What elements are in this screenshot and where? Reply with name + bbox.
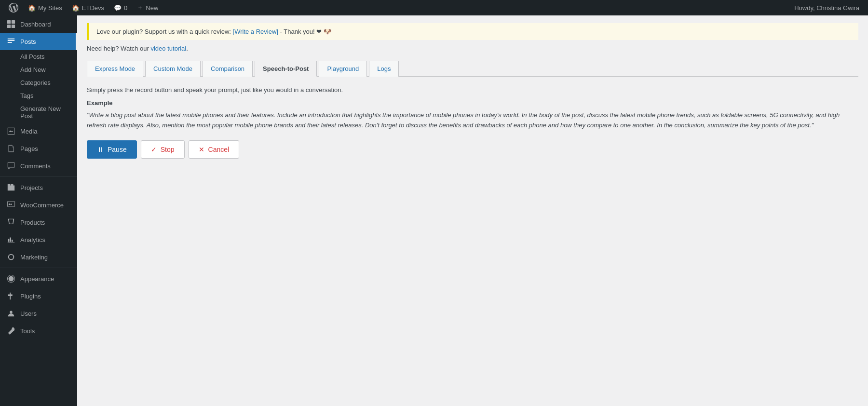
help-text-area: Need help? Watch our video tutorial. (77, 40, 868, 57)
my-sites-link[interactable]: 🏠 My Sites (23, 0, 67, 15)
sidebar-label-media: Media (20, 128, 37, 135)
site-icon: 🏠 (72, 4, 80, 12)
sidebar-label-woocommerce: WooCommerce (20, 202, 64, 209)
user-greeting[interactable]: Howdy, Christina Gwira (789, 0, 864, 15)
sidebar-label-pages: Pages (20, 145, 38, 152)
tab-logs[interactable]: Logs (369, 61, 399, 77)
posts-submenu: All Posts Add New Categories Tags Genera… (0, 50, 77, 122)
comments-link[interactable]: 💬 0 (109, 0, 132, 15)
new-label: New (146, 4, 158, 12)
notice-after: - Thank you! ❤ 🐶 (278, 28, 331, 35)
speech-to-post-content: Simply press the record button and speak… (87, 84, 858, 161)
sidebar-item-plugins[interactable]: Plugins (0, 287, 77, 305)
notice-text: Love our plugin? Support us with a quick… (96, 28, 233, 35)
example-label: Example (87, 99, 858, 107)
sidebar: Dashboard Posts All Posts Add New Catego… (0, 15, 77, 406)
tab-bar: Express Mode Custom Mode Comparison Spee… (87, 61, 858, 77)
sidebar-item-analytics[interactable]: Analytics (0, 231, 77, 248)
svg-rect-1 (12, 20, 15, 24)
submenu-all-posts[interactable]: All Posts (0, 50, 77, 63)
sidebar-label-users: Users (20, 310, 37, 317)
comments-count: 0 (124, 4, 127, 12)
sidebar-item-users[interactable]: Users (0, 305, 77, 322)
sidebar-item-appearance[interactable]: Appearance (0, 270, 77, 287)
sidebar-item-projects[interactable]: Projects (0, 179, 77, 196)
pause-button[interactable]: ⏸ Pause (87, 140, 137, 159)
check-icon: ✓ (151, 146, 157, 153)
sidebar-label-tools: Tools (20, 327, 35, 335)
x-icon: ✕ (199, 146, 204, 153)
submenu-generate-new-post[interactable]: Generate New Post (0, 102, 77, 122)
admin-bar: 🏠 My Sites 🏠 ETDevs 💬 0 ＋ New Howdy, Chr… (0, 0, 868, 15)
sidebar-item-tools[interactable]: Tools (0, 322, 77, 339)
sidebar-label-comments: Comments (20, 162, 51, 170)
home-icon: 🏠 (28, 4, 36, 12)
sidebar-label-analytics: Analytics (20, 236, 45, 244)
notice-banner: Love our plugin? Support us with a quick… (87, 23, 858, 40)
sidebar-item-pages[interactable]: Pages (0, 140, 77, 157)
cancel-label: Cancel (208, 146, 230, 153)
sidebar-item-comments[interactable]: Comments (0, 157, 77, 175)
sidebar-item-marketing[interactable]: Marketing (0, 248, 77, 266)
tab-custom-mode[interactable]: Custom Mode (145, 61, 201, 77)
content-area: Express Mode Custom Mode Comparison Spee… (87, 61, 858, 161)
sidebar-item-woocommerce[interactable]: WooCommerce (0, 196, 77, 214)
tab-express-mode[interactable]: Express Mode (87, 61, 143, 77)
tab-playground[interactable]: Playground (319, 61, 367, 77)
help-suffix: . (186, 45, 188, 52)
svg-rect-2 (7, 25, 11, 28)
stop-label: Stop (161, 146, 175, 153)
review-link[interactable]: [Write a Review] (233, 28, 278, 35)
sidebar-item-dashboard[interactable]: Dashboard (0, 15, 77, 33)
main-content: Love our plugin? Support us with a quick… (77, 15, 868, 406)
new-content-link[interactable]: ＋ New (132, 0, 163, 15)
sidebar-label-posts: Posts (20, 38, 36, 45)
example-text: "Write a blog post about the latest mobi… (87, 110, 858, 131)
tab-comparison[interactable]: Comparison (203, 61, 253, 77)
pause-icon: ⏸ (97, 146, 104, 153)
action-buttons: ⏸ Pause ✓ Stop ✕ Cancel (87, 140, 858, 159)
plus-icon: ＋ (137, 3, 143, 12)
sidebar-item-media[interactable]: Media (0, 122, 77, 140)
pause-label: Pause (108, 146, 127, 153)
tab-description: Simply press the record button and speak… (87, 86, 858, 94)
sidebar-item-products[interactable]: Products (0, 214, 77, 231)
svg-rect-3 (12, 25, 15, 28)
svg-point-4 (10, 311, 12, 313)
submenu-tags[interactable]: Tags (0, 89, 77, 102)
sidebar-item-posts[interactable]: Posts (0, 33, 77, 50)
submenu-add-new[interactable]: Add New (0, 63, 77, 76)
sidebar-label-plugins: Plugins (20, 293, 41, 300)
wp-logo-link[interactable] (4, 0, 23, 15)
sidebar-label-marketing: Marketing (20, 254, 48, 261)
tab-speech-to-post[interactable]: Speech-to-Post (255, 61, 317, 77)
sidebar-label-products: Products (20, 219, 45, 226)
svg-rect-0 (7, 20, 11, 24)
my-sites-label: My Sites (38, 4, 62, 12)
video-tutorial-link[interactable]: video tutorial (150, 45, 186, 52)
help-prefix: Need help? Watch our (87, 45, 150, 52)
cancel-button[interactable]: ✕ Cancel (189, 140, 240, 159)
sidebar-label-projects: Projects (20, 184, 43, 191)
sidebar-label-dashboard: Dashboard (20, 21, 51, 28)
site-name-label: ETDevs (82, 4, 104, 12)
sidebar-label-appearance: Appearance (20, 275, 54, 283)
stop-button[interactable]: ✓ Stop (141, 140, 185, 159)
comment-icon: 💬 (114, 4, 122, 12)
submenu-categories[interactable]: Categories (0, 76, 77, 89)
site-name-link[interactable]: 🏠 ETDevs (67, 0, 109, 15)
